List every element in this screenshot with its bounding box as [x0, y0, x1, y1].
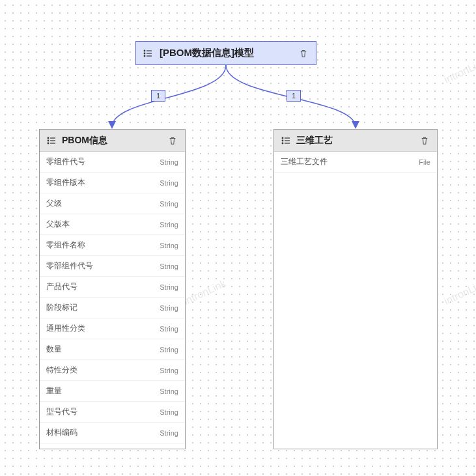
- field-row[interactable]: 父级String: [40, 193, 185, 214]
- child-node-3d[interactable]: 三维工艺 三维工艺文件File: [273, 129, 438, 449]
- watermark: intronLink: [442, 56, 476, 86]
- delete-child-button[interactable]: [167, 135, 178, 147]
- field-type: String: [160, 346, 178, 354]
- field-name: 三维工艺文件: [281, 156, 419, 167]
- edge-label-2: 1: [287, 90, 301, 102]
- svg-point-6: [48, 137, 49, 139]
- root-title: [PBOM数据信息]模型: [160, 47, 291, 59]
- svg-point-12: [282, 137, 283, 139]
- field-name: 计量单位: [46, 448, 160, 449]
- field-type: String: [160, 179, 178, 187]
- svg-point-4: [144, 55, 145, 57]
- delete-root-button[interactable]: [298, 48, 309, 59]
- field-name: 零组件版本: [46, 177, 160, 188]
- field-row[interactable]: 零组件名称String: [40, 235, 185, 256]
- field-type: String: [160, 429, 178, 437]
- field-row[interactable]: 产品代号String: [40, 277, 185, 298]
- field-name: 型号代号: [46, 406, 160, 417]
- field-type: String: [160, 408, 178, 416]
- list-icon: [143, 48, 153, 59]
- field-row[interactable]: 特性分类String: [40, 360, 185, 381]
- field-type: String: [160, 387, 178, 395]
- field-row[interactable]: 零组件版本String: [40, 173, 185, 193]
- list-icon: [46, 135, 57, 146]
- watermark: intronLink: [442, 277, 476, 307]
- field-row[interactable]: 三维工艺文件File: [274, 152, 437, 173]
- field-type: String: [160, 158, 178, 166]
- field-name: 阶段标记: [46, 302, 160, 313]
- field-name: 材料编码: [46, 427, 160, 438]
- field-row[interactable]: 零组件代号String: [40, 152, 185, 173]
- svg-point-14: [282, 140, 283, 141]
- svg-point-16: [282, 143, 283, 144]
- field-type: File: [419, 158, 430, 166]
- field-name: 重量: [46, 385, 160, 397]
- field-type: String: [160, 200, 178, 208]
- field-type: String: [160, 367, 178, 374]
- field-type: String: [160, 325, 178, 333]
- field-name: 通用性分类: [46, 323, 160, 334]
- field-list-3d[interactable]: 三维工艺文件File: [274, 152, 437, 449]
- child-title: PBOM信息: [62, 135, 161, 147]
- field-row[interactable]: 型号代号String: [40, 402, 185, 423]
- list-icon: [281, 135, 291, 146]
- field-row[interactable]: 重量String: [40, 381, 185, 402]
- field-row[interactable]: 阶段标记String: [40, 298, 185, 318]
- svg-point-0: [144, 50, 145, 51]
- field-name: 特性分类: [46, 365, 160, 376]
- field-row[interactable]: 父版本String: [40, 214, 185, 235]
- field-list-pbom[interactable]: 零组件代号String零组件版本String父级String父版本String零…: [40, 152, 185, 449]
- svg-point-10: [48, 143, 49, 144]
- field-name: 产品代号: [46, 281, 160, 292]
- child-header[interactable]: 三维工艺: [274, 130, 437, 152]
- child-node-pbom[interactable]: PBOM信息 零组件代号String零组件版本String父级String父版本…: [39, 129, 186, 449]
- field-row[interactable]: 通用性分类String: [40, 318, 185, 339]
- svg-point-2: [144, 53, 145, 54]
- field-row[interactable]: 材料编码String: [40, 423, 185, 443]
- child-title: 三维工艺: [296, 135, 413, 147]
- field-name: 父版本: [46, 219, 160, 230]
- delete-child-button[interactable]: [419, 135, 430, 147]
- field-type: String: [160, 242, 178, 249]
- field-type: String: [160, 221, 178, 229]
- field-name: 零组件名称: [46, 240, 160, 251]
- field-type: String: [160, 304, 178, 312]
- field-type: String: [160, 262, 178, 270]
- field-type: String: [160, 283, 178, 291]
- edge-label-1: 1: [151, 90, 165, 102]
- field-row[interactable]: 数量String: [40, 339, 185, 360]
- watermark: intronLink: [182, 277, 227, 307]
- field-row[interactable]: 计量单位String: [40, 443, 185, 449]
- svg-point-8: [48, 140, 49, 141]
- root-node[interactable]: [PBOM数据信息]模型: [135, 41, 316, 65]
- field-name: 零部组件代号: [46, 260, 160, 272]
- field-name: 父级: [46, 198, 160, 209]
- field-name: 零组件代号: [46, 156, 160, 167]
- child-header[interactable]: PBOM信息: [40, 130, 185, 152]
- field-row[interactable]: 零部组件代号String: [40, 256, 185, 277]
- field-name: 数量: [46, 344, 160, 355]
